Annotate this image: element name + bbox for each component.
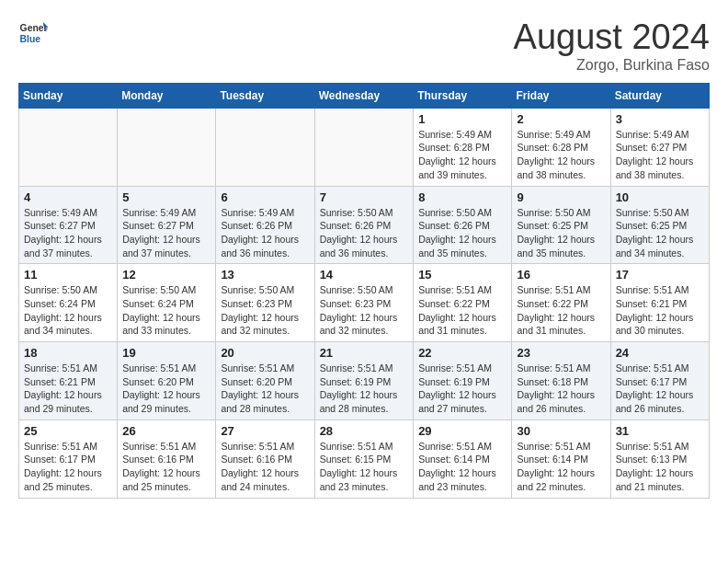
header-thursday: Thursday	[414, 83, 512, 108]
day-number: 21	[320, 346, 409, 360]
calendar-table: Sunday Monday Tuesday Wednesday Thursday…	[18, 83, 710, 499]
table-row: 28Sunrise: 5:51 AM Sunset: 6:15 PM Dayli…	[314, 419, 414, 498]
header-friday: Friday	[512, 83, 610, 108]
day-number: 15	[418, 268, 506, 282]
table-row: 27Sunrise: 5:51 AM Sunset: 6:16 PM Dayli…	[216, 419, 314, 498]
day-info: Sunrise: 5:51 AM Sunset: 6:18 PM Dayligh…	[517, 362, 605, 416]
table-row: 2Sunrise: 5:49 AM Sunset: 6:28 PM Daylig…	[512, 108, 610, 186]
day-number: 2	[517, 112, 605, 126]
calendar-week-row: 25Sunrise: 5:51 AM Sunset: 6:17 PM Dayli…	[19, 419, 710, 498]
day-number: 19	[122, 346, 210, 360]
day-number: 3	[616, 112, 704, 126]
day-number: 23	[517, 346, 605, 360]
day-info: Sunrise: 5:50 AM Sunset: 6:23 PM Dayligh…	[320, 283, 409, 338]
day-info: Sunrise: 5:51 AM Sunset: 6:17 PM Dayligh…	[24, 440, 112, 494]
table-row: 15Sunrise: 5:51 AM Sunset: 6:22 PM Dayli…	[414, 264, 512, 342]
day-info: Sunrise: 5:51 AM Sunset: 6:17 PM Dayligh…	[616, 362, 704, 416]
day-number: 17	[616, 268, 704, 282]
calendar-title: August 2024	[514, 18, 710, 57]
table-row	[216, 108, 314, 186]
table-row	[19, 108, 118, 186]
calendar-week-row: 11Sunrise: 5:50 AM Sunset: 6:24 PM Dayli…	[19, 264, 710, 342]
table-row: 13Sunrise: 5:50 AM Sunset: 6:23 PM Dayli…	[216, 264, 314, 342]
day-info: Sunrise: 5:50 AM Sunset: 6:24 PM Dayligh…	[24, 283, 112, 338]
day-number: 26	[122, 424, 210, 438]
table-row: 10Sunrise: 5:50 AM Sunset: 6:25 PM Dayli…	[610, 186, 709, 264]
table-row: 21Sunrise: 5:51 AM Sunset: 6:19 PM Dayli…	[314, 342, 414, 420]
day-info: Sunrise: 5:51 AM Sunset: 6:16 PM Dayligh…	[221, 440, 309, 494]
day-number: 14	[320, 268, 409, 282]
table-row: 8Sunrise: 5:50 AM Sunset: 6:26 PM Daylig…	[414, 186, 512, 264]
day-number: 10	[616, 190, 704, 204]
calendar-header-row: Sunday Monday Tuesday Wednesday Thursday…	[19, 83, 710, 108]
title-block: August 2024 Zorgo, Burkina Faso	[514, 18, 710, 74]
day-info: Sunrise: 5:49 AM Sunset: 6:27 PM Dayligh…	[616, 128, 704, 182]
day-info: Sunrise: 5:50 AM Sunset: 6:24 PM Dayligh…	[122, 283, 210, 338]
table-row: 23Sunrise: 5:51 AM Sunset: 6:18 PM Dayli…	[512, 342, 610, 420]
table-row: 6Sunrise: 5:49 AM Sunset: 6:26 PM Daylig…	[216, 186, 314, 264]
day-number: 20	[221, 346, 309, 360]
calendar-week-row: 18Sunrise: 5:51 AM Sunset: 6:21 PM Dayli…	[19, 342, 710, 420]
day-info: Sunrise: 5:51 AM Sunset: 6:15 PM Dayligh…	[320, 440, 409, 494]
table-row: 22Sunrise: 5:51 AM Sunset: 6:19 PM Dayli…	[414, 342, 512, 420]
day-number: 1	[418, 112, 506, 126]
table-row: 19Sunrise: 5:51 AM Sunset: 6:20 PM Dayli…	[118, 342, 216, 420]
day-info: Sunrise: 5:51 AM Sunset: 6:19 PM Dayligh…	[320, 362, 409, 416]
table-row: 9Sunrise: 5:50 AM Sunset: 6:25 PM Daylig…	[512, 186, 610, 264]
day-info: Sunrise: 5:50 AM Sunset: 6:26 PM Dayligh…	[418, 206, 506, 260]
calendar-week-row: 4Sunrise: 5:49 AM Sunset: 6:27 PM Daylig…	[19, 186, 710, 264]
header-sunday: Sunday	[19, 83, 118, 108]
table-row: 14Sunrise: 5:50 AM Sunset: 6:23 PM Dayli…	[314, 264, 414, 342]
table-row: 20Sunrise: 5:51 AM Sunset: 6:20 PM Dayli…	[216, 342, 314, 420]
table-row: 24Sunrise: 5:51 AM Sunset: 6:17 PM Dayli…	[610, 342, 709, 420]
day-info: Sunrise: 5:51 AM Sunset: 6:21 PM Dayligh…	[616, 283, 704, 338]
day-number: 12	[122, 268, 210, 282]
day-info: Sunrise: 5:49 AM Sunset: 6:28 PM Dayligh…	[418, 128, 506, 182]
svg-text:Blue: Blue	[20, 34, 41, 44]
day-info: Sunrise: 5:51 AM Sunset: 6:14 PM Dayligh…	[517, 440, 605, 494]
table-row: 31Sunrise: 5:51 AM Sunset: 6:13 PM Dayli…	[610, 419, 709, 498]
day-info: Sunrise: 5:51 AM Sunset: 6:16 PM Dayligh…	[122, 440, 210, 494]
day-info: Sunrise: 5:49 AM Sunset: 6:28 PM Dayligh…	[517, 128, 605, 182]
day-info: Sunrise: 5:51 AM Sunset: 6:22 PM Dayligh…	[517, 283, 605, 338]
day-info: Sunrise: 5:50 AM Sunset: 6:23 PM Dayligh…	[221, 283, 309, 338]
table-row: 17Sunrise: 5:51 AM Sunset: 6:21 PM Dayli…	[610, 264, 709, 342]
table-row: 7Sunrise: 5:50 AM Sunset: 6:26 PM Daylig…	[314, 186, 414, 264]
day-info: Sunrise: 5:49 AM Sunset: 6:27 PM Dayligh…	[122, 206, 210, 260]
day-number: 24	[616, 346, 704, 360]
day-info: Sunrise: 5:51 AM Sunset: 6:19 PM Dayligh…	[418, 362, 506, 416]
day-info: Sunrise: 5:50 AM Sunset: 6:25 PM Dayligh…	[616, 206, 704, 260]
day-info: Sunrise: 5:50 AM Sunset: 6:25 PM Dayligh…	[517, 206, 605, 260]
table-row: 1Sunrise: 5:49 AM Sunset: 6:28 PM Daylig…	[414, 108, 512, 186]
table-row: 12Sunrise: 5:50 AM Sunset: 6:24 PM Dayli…	[118, 264, 216, 342]
day-number: 28	[320, 424, 409, 438]
calendar-week-row: 1Sunrise: 5:49 AM Sunset: 6:28 PM Daylig…	[19, 108, 710, 186]
table-row: 26Sunrise: 5:51 AM Sunset: 6:16 PM Dayli…	[118, 419, 216, 498]
logo: General Blue	[18, 18, 48, 48]
day-number: 30	[517, 424, 605, 438]
day-number: 25	[24, 424, 112, 438]
day-info: Sunrise: 5:51 AM Sunset: 6:14 PM Dayligh…	[418, 440, 506, 494]
header-monday: Monday	[118, 83, 216, 108]
table-row	[118, 108, 216, 186]
day-info: Sunrise: 5:49 AM Sunset: 6:26 PM Dayligh…	[221, 206, 309, 260]
table-row: 25Sunrise: 5:51 AM Sunset: 6:17 PM Dayli…	[19, 419, 118, 498]
calendar-location: Zorgo, Burkina Faso	[514, 57, 710, 74]
day-number: 18	[24, 346, 112, 360]
day-info: Sunrise: 5:49 AM Sunset: 6:27 PM Dayligh…	[24, 206, 112, 260]
table-row: 4Sunrise: 5:49 AM Sunset: 6:27 PM Daylig…	[19, 186, 118, 264]
day-number: 31	[616, 424, 704, 438]
table-row: 29Sunrise: 5:51 AM Sunset: 6:14 PM Dayli…	[414, 419, 512, 498]
day-info: Sunrise: 5:51 AM Sunset: 6:22 PM Dayligh…	[418, 283, 506, 338]
page-header: General Blue August 2024 Zorgo, Burkina …	[18, 18, 710, 74]
day-number: 16	[517, 268, 605, 282]
header-wednesday: Wednesday	[314, 83, 414, 108]
day-number: 4	[24, 190, 112, 204]
header-saturday: Saturday	[610, 83, 709, 108]
day-info: Sunrise: 5:50 AM Sunset: 6:26 PM Dayligh…	[320, 206, 409, 260]
day-info: Sunrise: 5:51 AM Sunset: 6:20 PM Dayligh…	[122, 362, 210, 416]
day-info: Sunrise: 5:51 AM Sunset: 6:13 PM Dayligh…	[616, 440, 704, 494]
header-tuesday: Tuesday	[216, 83, 314, 108]
day-number: 29	[418, 424, 506, 438]
day-number: 13	[221, 268, 309, 282]
